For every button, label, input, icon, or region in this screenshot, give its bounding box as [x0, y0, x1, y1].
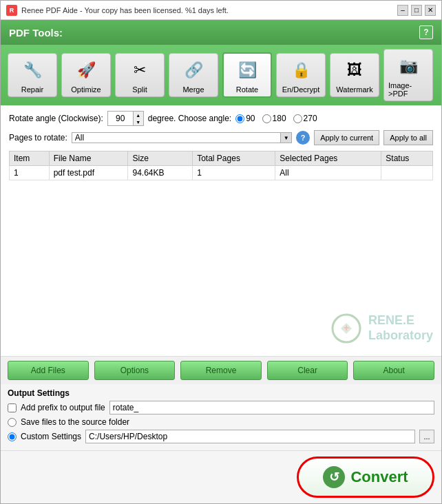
title-buttons: – □ ✕	[397, 5, 436, 16]
prefix-label: Add prefix to output file	[21, 403, 105, 412]
close-button[interactable]: ✕	[425, 5, 436, 16]
merge-label: Merge	[182, 85, 204, 94]
repair-label: Repair	[21, 85, 43, 94]
tool-merge[interactable]: 🔗 Merge	[169, 53, 218, 97]
col-item: Item	[10, 151, 50, 166]
table-body: 1 pdf test.pdf 94.64KB 1 All	[10, 166, 433, 180]
add-files-button[interactable]: Add Files	[8, 361, 89, 380]
angle-180-radio[interactable]	[262, 114, 271, 123]
convert-area: ↺ Convert	[1, 450, 441, 503]
window-title: Renee PDF Aide - Your copy has been lice…	[21, 6, 229, 14]
app-header: PDF Tools: ?	[1, 20, 441, 45]
angle-label: Rotate angle (Clockwise):	[9, 114, 103, 123]
rotate-icon: 🔄	[233, 56, 261, 84]
about-button[interactable]: About	[353, 361, 434, 380]
save-source-radio[interactable]	[8, 418, 17, 427]
clear-button[interactable]: Clear	[267, 361, 348, 380]
app-title: PDF Tools:	[9, 27, 63, 39]
logo-svg: +	[330, 312, 363, 345]
image2pdf-label: Image->PDF	[388, 81, 428, 98]
output-settings: Output Settings Add prefix to output fil…	[1, 384, 441, 450]
spinner-arrows: ▲ ▼	[133, 112, 143, 125]
pages-dropdown-arrow[interactable]: ▼	[280, 133, 291, 143]
cell-filename: pdf test.pdf	[49, 166, 128, 180]
apply-all-button[interactable]: Apply to all	[383, 130, 433, 145]
cell-item: 1	[10, 166, 50, 180]
angle-180-text: 180	[273, 114, 286, 123]
maximize-button[interactable]: □	[411, 5, 422, 16]
help-button[interactable]: ?	[419, 25, 433, 39]
toolbar: 🔧 Repair 🚀 Optimize ✂ Split 🔗 Merge 🔄 Ro…	[1, 45, 441, 105]
col-filename: File Name	[49, 151, 128, 166]
prefix-checkbox[interactable]	[8, 403, 17, 412]
pages-label: Pages to rotate:	[9, 133, 67, 143]
angle-radio-group: 90 180 270	[235, 114, 317, 123]
prefix-input[interactable]	[109, 401, 434, 414]
angle-270-radio[interactable]	[293, 114, 302, 123]
optimize-label: Optimize	[71, 85, 101, 94]
pages-input[interactable]	[72, 133, 280, 143]
logo-line1: RENE.E	[368, 313, 433, 328]
cell-selected-pages: All	[275, 166, 381, 180]
options-button[interactable]: Options	[94, 361, 176, 380]
tool-image2pdf[interactable]: 📷 Image->PDF	[383, 49, 433, 101]
col-selected-pages: Selected Pages	[275, 151, 381, 166]
convert-label: Convert	[350, 468, 408, 486]
angle-up-button[interactable]: ▲	[134, 112, 143, 118]
custom-radio[interactable]	[8, 432, 17, 441]
pages-combo[interactable]: ▼	[72, 132, 292, 143]
title-bar: R Renee PDF Aide - Your copy has been li…	[1, 1, 441, 20]
bottom-buttons: Add Files Options Remove Clear About	[1, 356, 441, 384]
tool-repair[interactable]: 🔧 Repair	[8, 53, 57, 97]
col-size: Size	[128, 151, 193, 166]
cell-status	[381, 166, 433, 180]
minimize-button[interactable]: –	[397, 5, 408, 16]
rotate-label: Rotate	[236, 85, 258, 94]
output-title: Output Settings	[8, 388, 434, 398]
apply-current-button[interactable]: Apply to current	[314, 130, 379, 145]
table-header-row: Item File Name Size Total Pages Selected…	[10, 151, 433, 166]
angle-down-button[interactable]: ▼	[134, 118, 143, 125]
remove-button[interactable]: Remove	[180, 361, 262, 380]
table-row[interactable]: 1 pdf test.pdf 94.64KB 1 All	[10, 166, 433, 180]
col-total-pages: Total Pages	[193, 151, 275, 166]
cell-total-pages: 1	[193, 166, 275, 180]
tool-optimize[interactable]: 🚀 Optimize	[61, 53, 111, 97]
pages-info-button[interactable]: ?	[296, 131, 310, 145]
angle-180-label[interactable]: 180	[262, 114, 286, 123]
custom-label: Custom Settings	[21, 432, 81, 441]
file-table: Item File Name Size Total Pages Selected…	[9, 151, 433, 180]
angle-270-label[interactable]: 270	[293, 114, 317, 123]
tool-encrypt[interactable]: 🔒 En/Decrypt	[276, 53, 326, 97]
angle-spinner[interactable]: ▲ ▼	[107, 111, 144, 126]
prefix-row: Add prefix to output file	[8, 401, 434, 414]
angle-90-text: 90	[246, 114, 255, 123]
app-icon: R	[6, 5, 17, 16]
logo-area: + RENE.E Laboratory	[9, 180, 433, 350]
convert-button[interactable]: ↺ Convert	[297, 456, 434, 498]
svg-text:+: +	[344, 322, 349, 333]
tool-rotate[interactable]: 🔄 Rotate	[222, 52, 272, 98]
table-header: Item File Name Size Total Pages Selected…	[10, 151, 433, 166]
browse-button[interactable]: ...	[419, 430, 434, 443]
watermark-icon: 🖼	[341, 56, 368, 84]
convert-icon: ↺	[323, 466, 345, 488]
angle-270-text: 270	[304, 114, 317, 123]
pages-row: Pages to rotate: ▼ ? Apply to current Ap…	[9, 130, 433, 145]
tool-split[interactable]: ✂ Split	[115, 53, 165, 97]
tool-watermark[interactable]: 🖼 Watermark	[330, 53, 379, 97]
title-bar-left: R Renee PDF Aide - Your copy has been li…	[6, 5, 229, 16]
angle-input[interactable]	[108, 112, 133, 125]
cell-size: 94.64KB	[128, 166, 193, 180]
custom-path-input[interactable]	[85, 430, 415, 443]
angle-90-radio[interactable]	[235, 114, 244, 123]
degree-label: degree. Choose angle:	[148, 114, 231, 123]
angle-90-label[interactable]: 90	[235, 114, 255, 123]
optimize-icon: 🚀	[72, 56, 100, 84]
col-status: Status	[381, 151, 433, 166]
merge-icon: 🔗	[180, 56, 207, 84]
custom-path-row: Custom Settings ...	[8, 430, 434, 443]
rotate-angle-row: Rotate angle (Clockwise): ▲ ▼ degree. Ch…	[9, 111, 433, 126]
image2pdf-icon: 📷	[394, 52, 422, 80]
split-icon: ✂	[126, 56, 154, 84]
